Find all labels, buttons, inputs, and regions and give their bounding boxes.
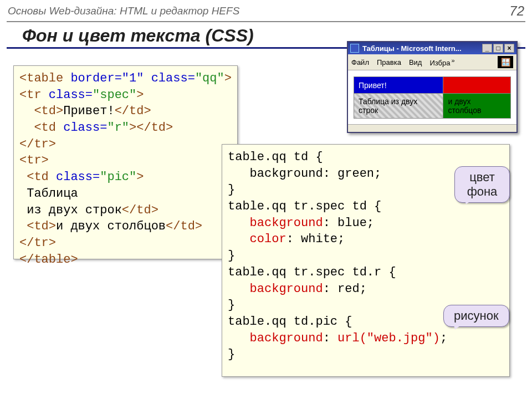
callout-bg-color: цвет фона — [454, 166, 510, 203]
close-button[interactable]: × — [504, 44, 514, 53]
maximize-button[interactable]: □ — [493, 44, 503, 53]
menu-view[interactable]: Вид — [409, 58, 422, 66]
window-title: Таблицы - Microsoft Intern... — [362, 44, 481, 53]
html-code-block: <table border="1" class="qq"> <tr class=… — [13, 65, 238, 259]
cell-hello: Привет! — [354, 77, 443, 94]
browser-viewport: Привет! Таблица из двух строк и двух сто… — [348, 70, 516, 124]
demo-table: Привет! Таблица из двух строк и двух сто… — [354, 76, 511, 119]
minimize-button[interactable]: _ — [482, 44, 492, 53]
browser-menubar: Файл Правка Вид Избра» 🪟 — [348, 54, 516, 70]
chevron-right-icon[interactable]: » — [452, 57, 455, 64]
browser-statusbar — [348, 124, 516, 132]
table-row: Привет! — [354, 77, 511, 94]
cell-green: и двух столбцов — [443, 94, 511, 119]
menu-favorites[interactable]: Избра — [429, 59, 450, 67]
slide-header: Основы Web-дизайна: HTML и редактор HEFS… — [0, 0, 532, 20]
breadcrumb: Основы Web-дизайна: HTML и редактор HEFS — [8, 5, 239, 17]
cell-pic: Таблица из двух строк — [354, 94, 443, 119]
windows-logo-icon: 🪟 — [498, 56, 513, 68]
table-row: Таблица из двух строк и двух столбцов — [354, 94, 511, 119]
divider-thin — [7, 21, 525, 22]
page-number: 72 — [509, 3, 524, 19]
menu-edit[interactable]: Правка — [377, 58, 401, 66]
browser-titlebar: Таблицы - Microsoft Intern... _ □ × — [348, 42, 516, 54]
cell-red — [443, 77, 511, 94]
browser-window: Таблицы - Microsoft Intern... _ □ × Файл… — [347, 41, 518, 133]
ie-icon — [350, 44, 359, 53]
menu-file[interactable]: Файл — [351, 58, 369, 66]
